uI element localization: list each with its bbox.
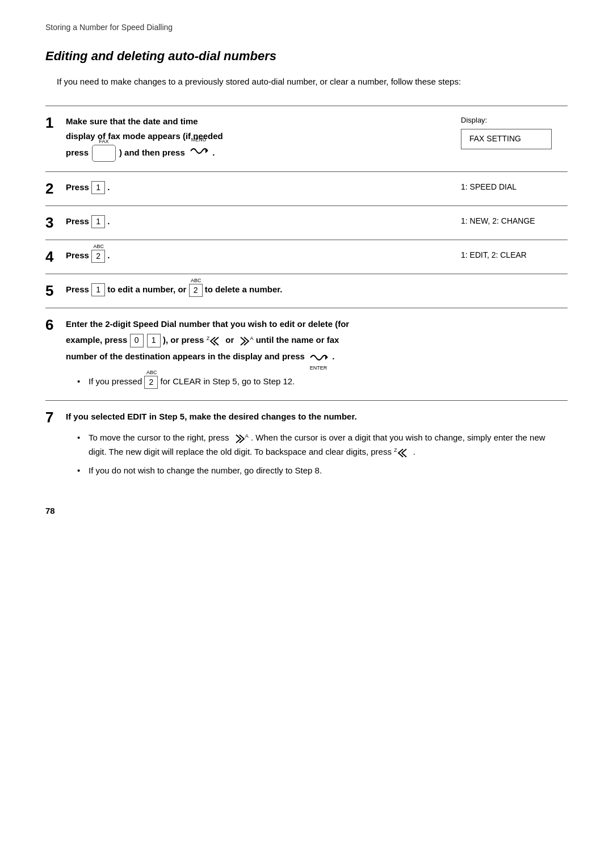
key-2abc-step5: 2 (189, 284, 203, 297)
page-number: 78 (45, 506, 568, 515)
step-5-row: 5 Press 1 to edit a number, or ABC 2 to … (45, 274, 568, 308)
key-1-step6: 1 (147, 334, 161, 347)
step-1-row: 1 Make sure that the date and time displ… (45, 106, 568, 172)
left-arrow-icon-step7 (397, 447, 411, 459)
display-value-3: 1: NEW, 2: CHANGE (461, 215, 563, 228)
step-2-content: Press 1 . 1: SPEED DIAL (66, 171, 568, 206)
fax-button-icon (92, 145, 116, 162)
step-3-number: 3 (45, 206, 66, 240)
key-2abc-step4: 2 (91, 250, 105, 263)
display-value-4: 1: EDIT, 2: CLEAR (461, 249, 563, 262)
step-7-row: 7 If you selected EDIT in Step 5, make t… (45, 401, 568, 489)
step-7-bullet-1: To move the cursor to the right, press A… (77, 431, 563, 459)
enter-label: ENTER (310, 363, 328, 373)
step-6-content: Enter the 2-digit Speed Dial number that… (66, 308, 568, 401)
menu-label: MENU (191, 136, 207, 144)
right-arrow-icon (236, 335, 250, 347)
step-3-row: 3 Press 1 . 1: NEW, 2: CHANGE (45, 206, 568, 240)
steps-table: 1 Make sure that the date and time displ… (45, 106, 568, 489)
step-3-content: Press 1 . 1: NEW, 2: CHANGE (66, 206, 568, 240)
key-0-step6: 0 (130, 334, 144, 347)
step-4-number: 4 (45, 240, 66, 274)
step-7-number: 7 (45, 401, 66, 489)
step-5-number: 5 (45, 274, 66, 308)
header-text: Storing a Number for Speed Dialling (45, 23, 173, 32)
key-1-step2: 1 (91, 181, 105, 195)
display-value-1: FAX SETTING (461, 129, 552, 149)
key-1-step5: 1 (91, 283, 105, 297)
step-5-content: Press 1 to edit a number, or ABC 2 to de… (66, 274, 568, 308)
page-header: Storing a Number for Speed Dialling (45, 23, 568, 32)
step-7-content: If you selected EDIT in Step 5, make the… (66, 401, 568, 489)
step-7-bullet-2: If you do not wish to change the number,… (77, 464, 563, 477)
step-2-number: 2 (45, 171, 66, 206)
key-2abc-step6-bullet: 2 (144, 376, 158, 389)
menu-arrow-icon (188, 143, 209, 159)
right-arrow-icon-step7 (232, 433, 245, 445)
intro-text: If you need to make changes to a previou… (45, 75, 568, 89)
display-label-1: Display: (461, 114, 563, 127)
display-value-2: 1: SPEED DIAL (461, 181, 563, 194)
step-4-row: 4 Press ABC 2 . 1: EDIT, 2: CLEAR (45, 240, 568, 274)
left-arrow-icon (209, 335, 223, 347)
step-1-number: 1 (45, 106, 66, 172)
step-6-bullet: If you pressed ABC 2 for CLEAR in Step 5… (77, 375, 563, 389)
step-6-number: 6 (45, 308, 66, 401)
step-6-row: 6 Enter the 2-digit Speed Dial number th… (45, 308, 568, 401)
step-1-content: Make sure that the date and time display… (66, 106, 568, 172)
key-1-step3: 1 (91, 215, 105, 229)
section-title: Editing and deleting auto-dial numbers (45, 49, 568, 64)
step-4-content: Press ABC 2 . 1: EDIT, 2: CLEAR (66, 240, 568, 274)
step-2-row: 2 Press 1 . 1: SPEED DIAL (45, 171, 568, 206)
